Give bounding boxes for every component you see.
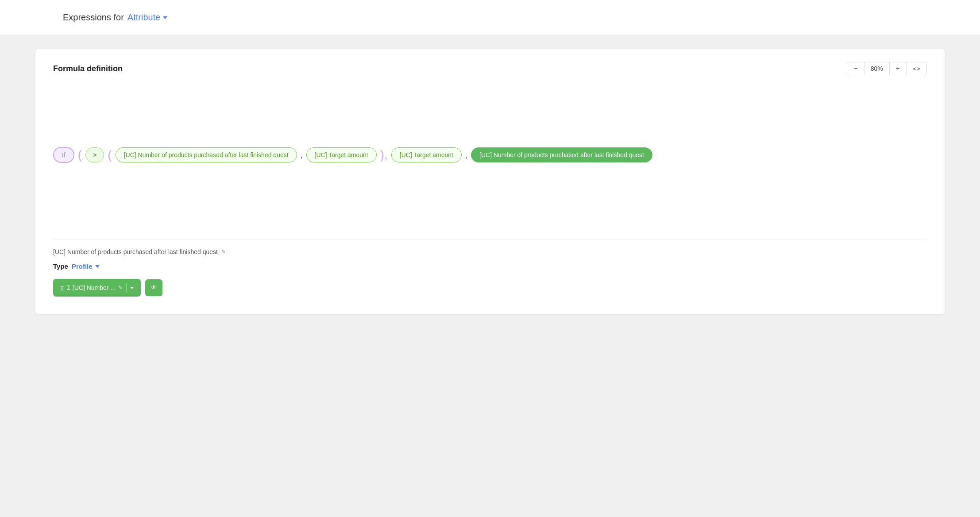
type-row: Type Profile [53,262,927,270]
if-token[interactable]: If [53,147,74,163]
token-uc-number-products-1[interactable]: [UC] Number of products purchased after … [116,147,297,162]
attribute-link-text: Attribute [127,12,160,23]
top-bar: Expressions for Attribute [0,0,980,35]
outer-paren-open: ( [77,148,83,162]
comma-1: , [301,150,303,160]
action-dropdown-arrow-icon [130,287,134,289]
sigma-icon: Σ [60,284,64,292]
comma-2: , [465,150,467,160]
operator-token[interactable]: > [85,147,104,162]
type-value-text: Profile [72,262,93,270]
action-formula-button[interactable]: Σ Σ [UC] Number ... ✎ [53,279,141,297]
zoom-increase-button[interactable]: + [890,62,907,75]
action-formula-label: Σ [UC] Number ... [67,284,116,291]
eye-icon: 👁 [150,284,157,291]
token-uc-target-amount-1[interactable]: [UC] Target amount [306,147,377,162]
selected-name-row: [UC] Number of products purchased after … [53,248,927,255]
selected-name-text: [UC] Number of products purchased after … [53,248,218,255]
zoom-value: 80% [864,62,890,75]
selected-info: [UC] Number of products purchased after … [53,239,927,297]
zoom-decrease-button[interactable]: − [847,62,864,75]
formula-canvas: If ( > ( [UC] Number of products purchas… [53,89,927,221]
expressions-label: Expressions for [63,12,124,23]
token-uc-number-products-2[interactable]: [UC] Number of products purchased after … [471,147,652,162]
type-label: Type [53,262,68,270]
action-edit-icon: ✎ [118,285,123,291]
type-value-link[interactable]: Profile [72,262,100,270]
main-content: Formula definition − 80% + <> If ( > ( [… [0,35,980,328]
token-uc-target-amount-2[interactable]: [UC] Target amount [391,147,462,162]
divider [126,283,127,292]
zoom-controls: − 80% + <> [847,62,927,75]
action-eye-button[interactable]: 👁 [145,279,162,296]
type-chevron-icon [95,265,100,268]
formula-card: Formula definition − 80% + <> If ( > ( [… [35,49,945,314]
card-header: Formula definition − 80% + <> [53,62,927,75]
inner-paren-open: ( [107,148,112,162]
action-row: Σ Σ [UC] Number ... ✎ 👁 [53,279,927,297]
attribute-link[interactable]: Attribute [127,12,167,23]
code-view-button[interactable]: <> [907,63,926,74]
inner-paren-close-comma: ), [379,148,389,162]
formula-title: Formula definition [53,64,123,73]
attribute-chevron-icon [163,16,167,19]
formula-row: If ( > ( [UC] Number of products purchas… [53,147,652,163]
edit-icon[interactable]: ✎ [221,249,226,255]
